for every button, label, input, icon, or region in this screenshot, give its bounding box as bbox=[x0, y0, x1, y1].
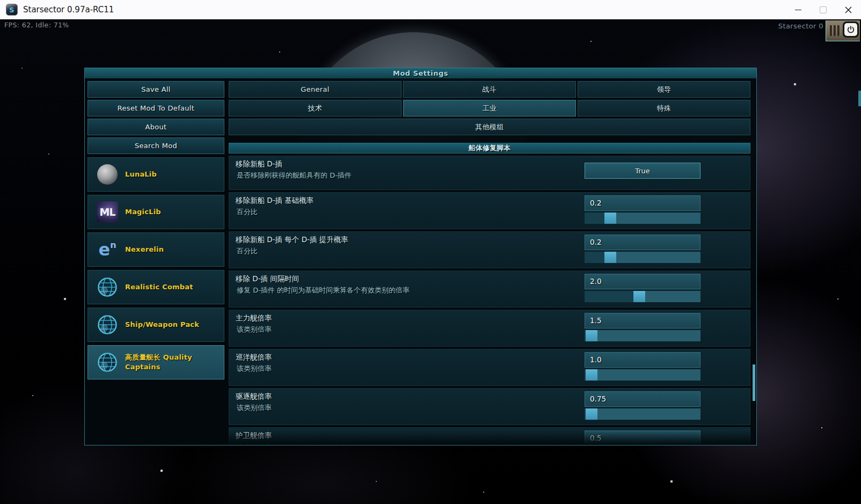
value-text: 2.0 bbox=[590, 277, 601, 286]
category-tab[interactable]: 其他模组 bbox=[229, 119, 750, 135]
slider-fill bbox=[597, 408, 701, 420]
close-button[interactable] bbox=[836, 0, 861, 19]
action-button-label: Save All bbox=[141, 85, 171, 93]
window-controls bbox=[785, 0, 861, 19]
value-input[interactable]: 0.5 bbox=[585, 430, 701, 444]
action-button[interactable]: Save All bbox=[87, 81, 224, 98]
tab-label: 技术 bbox=[308, 104, 323, 113]
action-button-label: About bbox=[145, 123, 167, 131]
right-edge-marker bbox=[858, 91, 861, 106]
action-button[interactable]: Reset Mod To Default bbox=[87, 100, 224, 116]
setting-description: 该类别倍率 bbox=[237, 325, 272, 334]
game-version-text: Starsector 0 bbox=[778, 22, 823, 30]
game-viewport: FPS: 62, Idle: 71% Starsector 0 Mod Sett… bbox=[0, 19, 861, 504]
slider-track[interactable] bbox=[585, 213, 701, 224]
settings-panel: General 战斗 领导 技术 工业 特殊 其他模组 bbox=[229, 81, 750, 135]
mod-icon bbox=[97, 314, 118, 335]
tab-label: 领导 bbox=[657, 85, 672, 94]
setting-description: 该类别倍率 bbox=[237, 364, 272, 374]
slider-fill bbox=[597, 330, 701, 341]
setting-description: 百分比 bbox=[237, 207, 258, 217]
toggle-button[interactable]: True bbox=[585, 163, 701, 179]
mod-name: 高质量舰长 Quality Captains bbox=[125, 353, 224, 372]
setting-title: 移除新船 D-插 每个 D-插 提升概率 bbox=[236, 235, 348, 245]
setting-control: 0.5 bbox=[585, 428, 701, 444]
mod-list-item[interactable]: ML MagicLib bbox=[87, 195, 224, 229]
setting-row: 移除新船 D-插 每个 D-插 提升概率 百分比 0.2 bbox=[229, 231, 750, 268]
category-tab[interactable]: General bbox=[229, 81, 402, 98]
section-header: 船体修复脚本 bbox=[229, 143, 750, 154]
setting-control: 1.5 bbox=[585, 310, 701, 346]
globe-icon bbox=[97, 276, 118, 298]
dialog-actions: Save All Reset Mod To Default About Sear… bbox=[87, 81, 224, 156]
value-text: 1.5 bbox=[590, 316, 601, 325]
nexerelin-logo-icon: en bbox=[98, 241, 116, 258]
value-input[interactable]: 0.75 bbox=[585, 391, 701, 407]
action-button[interactable]: About bbox=[87, 119, 224, 135]
slider-track[interactable] bbox=[585, 408, 701, 420]
window-title: Starsector 0.97a-RC11 bbox=[23, 5, 114, 14]
power-button[interactable] bbox=[843, 21, 859, 38]
slider-handle[interactable] bbox=[633, 291, 645, 302]
mod-list-item[interactable]: LunaLib bbox=[87, 157, 224, 192]
value-input[interactable]: 1.0 bbox=[585, 352, 701, 368]
mod-list-item[interactable]: 高质量舰长 Quality Captains bbox=[87, 345, 224, 379]
moon-icon bbox=[97, 164, 118, 185]
value-text: 0.5 bbox=[590, 434, 601, 442]
setting-row: 移除新船 D-插 是否移除刚获得的舰船具有的 D-插件 True bbox=[229, 156, 750, 190]
slider-handle[interactable] bbox=[586, 408, 597, 420]
slider-handle[interactable] bbox=[586, 369, 597, 381]
mod-list-item[interactable]: Ship/Weapon Pack bbox=[87, 308, 224, 342]
category-tab[interactable]: 战斗 bbox=[403, 81, 576, 98]
slider-track[interactable] bbox=[585, 330, 701, 341]
setting-title: 驱逐舰倍率 bbox=[236, 392, 272, 401]
setting-title: 移除 D-插 间隔时间 bbox=[236, 274, 299, 284]
action-button-label: Reset Mod To Default bbox=[118, 104, 194, 112]
slider-fill bbox=[645, 291, 701, 302]
setting-control: 2.0 bbox=[585, 271, 701, 307]
category-tab[interactable]: 技术 bbox=[229, 100, 402, 116]
menu-grille-icon[interactable] bbox=[827, 21, 842, 40]
setting-control: 0.2 bbox=[585, 193, 701, 229]
value-input[interactable]: 0.2 bbox=[585, 195, 701, 211]
mod-list-item[interactable]: Realistic Combat bbox=[87, 270, 224, 304]
window-titlebar: S Starsector 0.97a-RC11 bbox=[0, 0, 861, 19]
slider-track[interactable] bbox=[585, 252, 701, 263]
slider-track[interactable] bbox=[585, 369, 701, 381]
mod-list-item[interactable]: en Nexerelin bbox=[87, 232, 224, 267]
mod-icon bbox=[97, 164, 118, 185]
maximize-button[interactable] bbox=[811, 0, 836, 19]
slider-handle[interactable] bbox=[604, 213, 616, 224]
category-tabs: General 战斗 领导 技术 工业 特殊 其他模组 bbox=[229, 81, 750, 135]
category-tab[interactable]: 特殊 bbox=[578, 100, 750, 116]
setting-title: 巡洋舰倍率 bbox=[236, 353, 272, 362]
setting-control: 0.75 bbox=[585, 389, 701, 425]
globe-icon bbox=[97, 352, 118, 373]
minimize-button[interactable] bbox=[785, 0, 811, 19]
setting-title: 移除新船 D-插 bbox=[236, 159, 282, 169]
settings-list: 移除新船 D-插 是否移除刚获得的舰船具有的 D-插件 True 移除新船 D-… bbox=[229, 156, 750, 444]
value-input[interactable]: 2.0 bbox=[585, 274, 701, 289]
slider-track[interactable] bbox=[585, 291, 701, 302]
magiclib-logo-icon: ML bbox=[97, 201, 118, 223]
setting-title: 护卫舰倍率 bbox=[236, 431, 272, 441]
category-tab[interactable]: 工业 bbox=[403, 100, 576, 116]
slider-fill bbox=[616, 213, 701, 224]
minimize-icon bbox=[795, 10, 801, 10]
mod-name: LunaLib bbox=[125, 170, 160, 179]
setting-row: 护卫舰倍率 该类别倍率 0.5 bbox=[229, 427, 750, 444]
power-icon bbox=[844, 23, 857, 36]
value-input[interactable]: 1.5 bbox=[585, 313, 701, 328]
mod-name: Nexerelin bbox=[125, 245, 167, 254]
maximize-icon bbox=[820, 6, 827, 13]
corner-button-cluster bbox=[826, 20, 860, 41]
value-input[interactable]: 0.2 bbox=[585, 235, 701, 250]
tab-label: General bbox=[301, 85, 329, 93]
tab-label: 工业 bbox=[483, 104, 497, 113]
scrollbar-thumb[interactable] bbox=[753, 364, 755, 401]
category-tab[interactable]: 领导 bbox=[578, 81, 750, 98]
slider-handle[interactable] bbox=[604, 252, 616, 263]
setting-description: 该类别倍率 bbox=[237, 403, 272, 413]
slider-handle[interactable] bbox=[586, 330, 597, 341]
action-button[interactable]: Search Mod bbox=[87, 137, 224, 154]
